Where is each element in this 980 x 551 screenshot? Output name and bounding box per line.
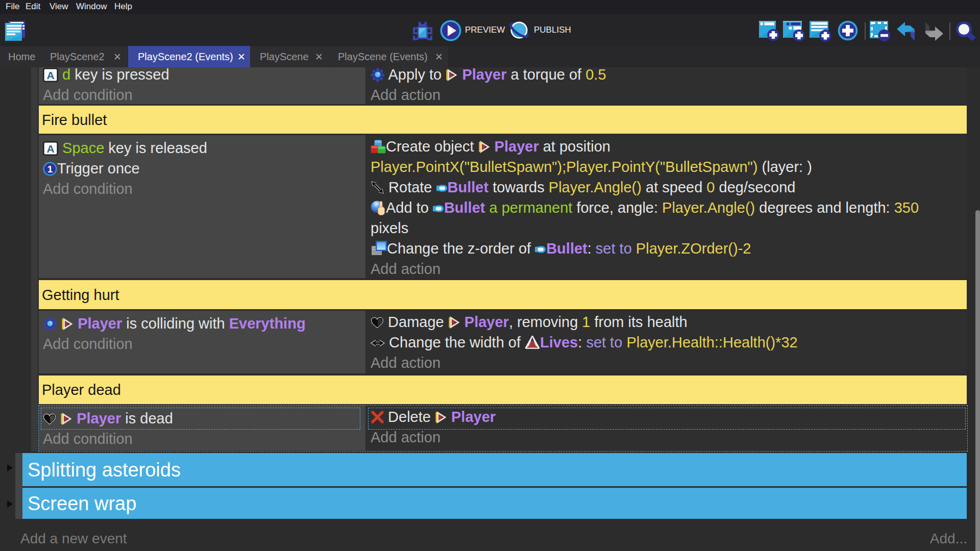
svg-text:A: A bbox=[46, 143, 54, 155]
svg-text:1: 1 bbox=[47, 164, 53, 174]
svg-text:A: A bbox=[46, 69, 54, 81]
